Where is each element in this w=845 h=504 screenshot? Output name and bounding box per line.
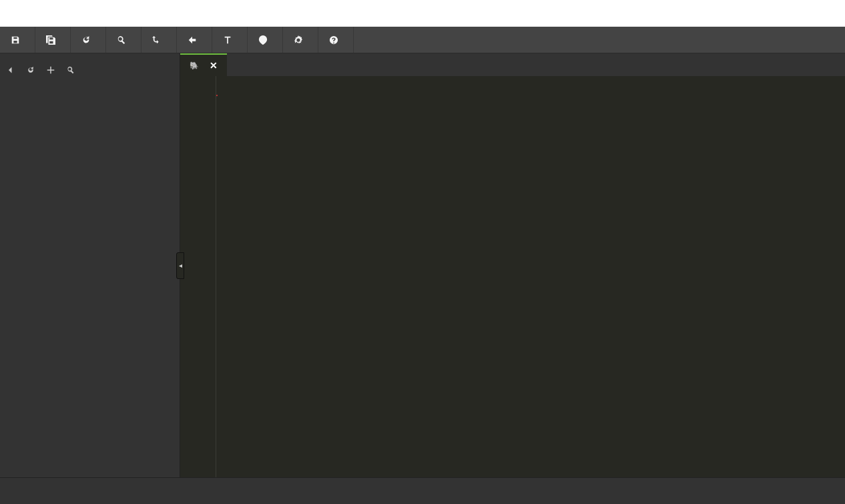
jumpline-button[interactable] <box>177 27 212 53</box>
tab-class-plugin[interactable]: 🐘 ✕ <box>180 53 227 76</box>
selection-box <box>216 95 218 96</box>
replace-button[interactable] <box>142 27 177 53</box>
editor-area: 🐘 ✕ <box>180 53 845 477</box>
tab-close-icon[interactable]: ✕ <box>210 60 218 71</box>
file-tree <box>0 87 180 477</box>
window-title <box>0 0 845 27</box>
sidebar-back-button[interactable] <box>7 66 17 74</box>
sidebar-new-button[interactable] <box>47 66 57 74</box>
refresh-button[interactable] <box>71 27 106 53</box>
font-button[interactable] <box>212 27 248 53</box>
php-file-icon: 🐘 <box>190 61 199 70</box>
help-button[interactable] <box>318 27 354 53</box>
code-content[interactable] <box>216 76 845 477</box>
save-button[interactable] <box>0 27 35 53</box>
editor-tabs: 🐘 ✕ <box>180 53 845 76</box>
status-bar <box>0 477 845 504</box>
main-area: ◂ 🐘 ✕ <box>0 53 845 477</box>
sidebar-refresh-button[interactable] <box>27 66 37 74</box>
theme-button[interactable] <box>248 27 283 53</box>
sidebar-collapse-handle[interactable]: ◂ <box>176 252 184 279</box>
sidebar-tools <box>0 53 180 87</box>
file-sidebar <box>0 53 180 477</box>
save-all-button[interactable] <box>35 27 71 53</box>
sidebar-search-button[interactable] <box>67 66 77 74</box>
line-gutter <box>180 76 216 477</box>
code-editor[interactable] <box>180 76 845 477</box>
main-toolbar <box>0 27 845 53</box>
search-button[interactable] <box>106 27 142 53</box>
set-button[interactable] <box>283 27 318 53</box>
